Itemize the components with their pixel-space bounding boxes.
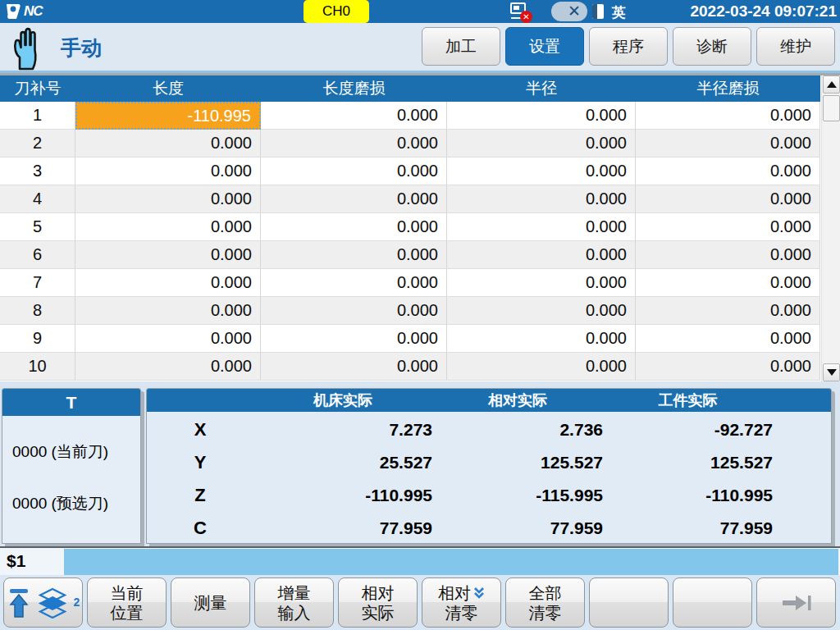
cell-length-wear[interactable]: 0.000: [261, 185, 447, 213]
cell-radius[interactable]: 0.000: [447, 353, 636, 381]
cell-offset-no[interactable]: 2: [0, 130, 75, 158]
cell-length-selected[interactable]: -110.995: [75, 102, 261, 130]
cell-length[interactable]: 0.000: [75, 325, 261, 353]
table-row: 8 0.000 0.000 0.000 0.000: [0, 297, 820, 325]
table-row: 9 0.000 0.000 0.000 0.000: [0, 325, 820, 353]
cell-radius-wear[interactable]: 0.000: [636, 185, 820, 213]
softkey-relative-clear[interactable]: 相对 清零: [422, 578, 501, 628]
cell-offset-no[interactable]: 4: [0, 185, 75, 213]
cell-length-wear[interactable]: 0.000: [261, 241, 447, 269]
mode-bar: 手动 加工 设置 程序 诊断 维护: [0, 23, 840, 71]
cell-radius-wear[interactable]: 0.000: [636, 102, 820, 130]
cell-radius[interactable]: 0.000: [447, 325, 636, 353]
cell-radius[interactable]: 0.000: [447, 185, 636, 213]
softkey-empty-1[interactable]: [589, 578, 669, 628]
cell-length-wear[interactable]: 0.000: [261, 353, 447, 381]
softkey-measure[interactable]: 测量: [171, 578, 250, 628]
axis-label: X: [147, 413, 253, 446]
cell-length[interactable]: 0.000: [75, 297, 261, 325]
cell-length-wear[interactable]: 0.000: [261, 297, 447, 325]
tab-machining[interactable]: 加工: [422, 27, 500, 66]
cell-length[interactable]: 0.000: [75, 158, 261, 185]
cell-offset-no[interactable]: 1: [0, 102, 75, 130]
softkey-relative-actual[interactable]: 相对 实际: [338, 578, 418, 628]
cell-radius[interactable]: 0.000: [447, 241, 636, 269]
cell-length[interactable]: 0.000: [75, 269, 261, 297]
work-value: -110.995: [603, 479, 773, 512]
cell-radius-wear[interactable]: 0.000: [636, 325, 820, 353]
cell-radius-wear[interactable]: 0.000: [636, 130, 820, 158]
cell-length-wear[interactable]: 0.000: [261, 213, 447, 241]
cell-length[interactable]: 0.000: [75, 213, 261, 241]
cell-radius[interactable]: 0.000: [447, 102, 636, 130]
cell-length[interactable]: 0.000: [75, 185, 261, 213]
tab-settings[interactable]: 设置: [505, 27, 584, 66]
cell-length[interactable]: 0.000: [75, 241, 261, 269]
softkey-label: 实际: [362, 603, 395, 623]
softkey-clear-all[interactable]: 全部 清零: [505, 578, 585, 628]
table-row: 10 0.000 0.000 0.000 0.000: [0, 353, 820, 381]
axis-row-y: Y 25.527 125.527 125.527: [147, 446, 831, 479]
tab-program[interactable]: 程序: [589, 27, 668, 66]
cell-radius[interactable]: 0.000: [447, 158, 636, 185]
cell-radius-wear[interactable]: 0.000: [636, 297, 820, 325]
cell-length-wear[interactable]: 0.000: [261, 130, 447, 158]
softkey-incremental-input[interactable]: 增量 输入: [254, 578, 334, 628]
cell-radius-wear[interactable]: 0.000: [636, 353, 820, 381]
cnc-screen: NC CH0 ✕ ✕ 英 2022-03-24 09:07:21 手动 加工 设…: [0, 0, 840, 630]
relative-value: 125.527: [432, 446, 603, 479]
cell-radius[interactable]: 0.000: [447, 130, 636, 158]
cell-radius-wear[interactable]: 0.000: [636, 269, 820, 297]
work-value: 77.959: [603, 512, 773, 545]
table-scrollbar[interactable]: [821, 75, 840, 381]
col-header-radius-wear: 半径磨损: [636, 75, 820, 102]
tool-offset-table-header: 刀补号 长度 长度磨损 半径 半径磨损: [0, 75, 820, 102]
cell-offset-no[interactable]: 3: [0, 158, 75, 185]
cell-offset-no[interactable]: 10: [0, 353, 75, 381]
softkey-navigation[interactable]: 2: [3, 578, 83, 628]
cell-radius[interactable]: 0.000: [447, 213, 636, 241]
cell-radius-wear[interactable]: 0.000: [636, 241, 820, 269]
table-row: 5 0.000 0.000 0.000 0.000: [0, 213, 820, 241]
scroll-down-button[interactable]: [823, 363, 840, 381]
network-error-badge: ✕: [520, 11, 532, 23]
work-value: -92.727: [603, 413, 773, 446]
cell-offset-no[interactable]: 5: [0, 213, 75, 241]
table-row: 6 0.000 0.000 0.000 0.000: [0, 241, 820, 269]
language-indicator[interactable]: 英: [612, 3, 626, 22]
softkey-empty-2[interactable]: [673, 578, 752, 628]
cell-radius[interactable]: 0.000: [447, 297, 636, 325]
softkey-label: 清零: [529, 603, 562, 623]
softkey-label: 相对: [438, 583, 471, 603]
tab-maintenance[interactable]: 维护: [756, 27, 835, 66]
axis-label: Z: [147, 479, 253, 512]
cell-offset-no[interactable]: 8: [0, 297, 75, 325]
cell-offset-no[interactable]: 9: [0, 325, 75, 353]
tab-diagnosis[interactable]: 诊断: [673, 27, 751, 66]
col-header-length: 长度: [75, 75, 261, 102]
channel-badge: CH0: [304, 0, 369, 23]
cell-length[interactable]: 0.000: [75, 130, 261, 158]
cell-offset-no[interactable]: 6: [0, 241, 75, 269]
cell-length-wear[interactable]: 0.000: [261, 269, 447, 297]
table-row: 7 0.000 0.000 0.000 0.000: [0, 269, 820, 297]
scrollbar-thumb[interactable]: [823, 95, 840, 121]
softkey-current-position[interactable]: 当前 位置: [87, 578, 167, 628]
softkey-next-menu[interactable]: [756, 578, 836, 628]
cell-radius[interactable]: 0.000: [447, 269, 636, 297]
cell-length-wear[interactable]: 0.000: [261, 325, 447, 353]
cell-length-wear[interactable]: 0.000: [261, 158, 447, 185]
scroll-up-button[interactable]: [823, 75, 840, 94]
cell-radius-wear[interactable]: 0.000: [636, 158, 820, 185]
position-panel: 机床实际 相对实际 工件实际 X 7.273 2.736 -92.727 Y 2…: [146, 388, 832, 544]
work-value: 125.527: [603, 446, 773, 479]
axis-label: C: [147, 512, 253, 545]
cell-offset-no[interactable]: 7: [0, 269, 75, 297]
chevron-double-down-icon: [473, 587, 485, 599]
cell-length-wear[interactable]: 0.000: [261, 102, 447, 130]
layers-icon: [38, 587, 67, 619]
cell-length[interactable]: 0.000: [75, 353, 261, 381]
softkey-label: 清零: [445, 603, 478, 623]
channel-status-bar: $1: [0, 546, 840, 575]
cell-radius-wear[interactable]: 0.000: [636, 213, 820, 241]
